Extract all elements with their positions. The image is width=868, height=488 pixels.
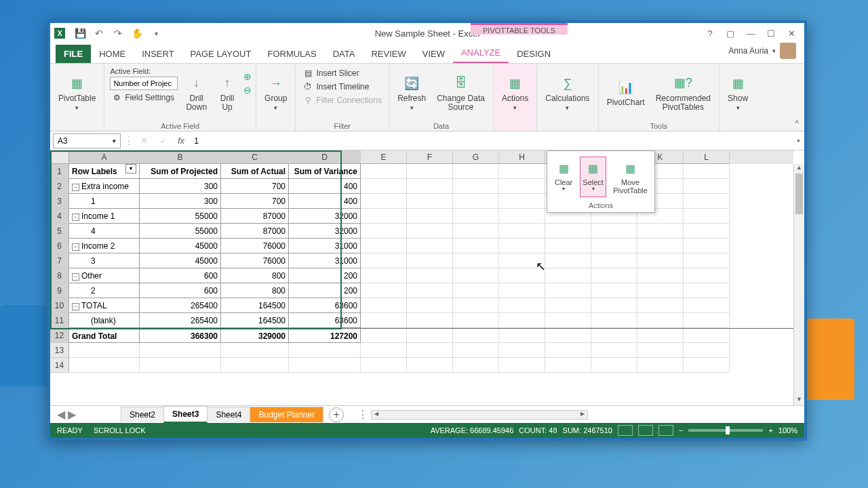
- clear-button[interactable]: ▦ Clear ▾: [551, 157, 576, 197]
- pivot-cell[interactable]: 31000: [289, 239, 361, 253]
- pivot-cell[interactable]: 55000: [140, 224, 221, 239]
- pivottable-button[interactable]: ▦ PivotTable ▾: [54, 66, 100, 120]
- sheet-tab-sheet4[interactable]: Sheet4: [207, 407, 250, 422]
- pivot-cell[interactable]: 164500: [221, 298, 289, 313]
- pivot-row-label[interactable]: (blank): [69, 313, 140, 328]
- view-page-layout-icon[interactable]: [638, 425, 653, 436]
- add-sheet-button[interactable]: +: [329, 407, 344, 422]
- sheet-nav-prev-icon[interactable]: ◀: [57, 408, 65, 421]
- col-header-C[interactable]: C: [221, 150, 289, 164]
- pivot-cell[interactable]: 87000: [221, 209, 289, 224]
- pivot-row-label[interactable]: −Income 2: [69, 239, 140, 253]
- row-header-9[interactable]: 9: [50, 283, 69, 298]
- row-header-14[interactable]: 14: [50, 358, 69, 373]
- col-header-H[interactable]: H: [499, 150, 545, 164]
- pivot-cell[interactable]: 55000: [140, 209, 221, 224]
- expand-field-icon[interactable]: ⊕: [243, 71, 252, 82]
- collapse-field-icon[interactable]: ⊖: [243, 85, 252, 96]
- pivot-cell[interactable]: 600: [140, 268, 221, 283]
- row-header-2[interactable]: 2: [50, 179, 69, 194]
- worksheet-grid[interactable]: ABCDEFGHIJKL 1234567891011121314 Row Lab…: [50, 150, 804, 405]
- user-info[interactable]: Anna Auria ▾: [720, 39, 804, 63]
- expand-formula-bar-icon[interactable]: ▾: [793, 137, 804, 144]
- zoom-thumb[interactable]: [726, 426, 730, 434]
- redo-icon[interactable]: ↷: [110, 25, 126, 41]
- pivot-cell[interactable]: 800: [221, 268, 289, 283]
- pivot-cell[interactable]: 265400: [140, 298, 221, 313]
- calculations-button[interactable]: ∑ Calculations ▾: [541, 66, 593, 120]
- row-header-3[interactable]: 3: [50, 194, 69, 209]
- filter-dropdown-icon[interactable]: ▾: [125, 164, 136, 174]
- pivot-cell[interactable]: 400: [289, 179, 361, 194]
- scroll-up-icon[interactable]: ▲: [794, 164, 804, 174]
- pivot-cell[interactable]: 32000: [289, 224, 361, 239]
- tab-view[interactable]: VIEW: [414, 45, 453, 63]
- pivot-cell[interactable]: 63600: [289, 313, 361, 328]
- pivot-row-label[interactable]: 2: [69, 283, 140, 298]
- pivot-cell[interactable]: 200: [289, 283, 361, 298]
- tab-design[interactable]: DESIGN: [509, 45, 559, 63]
- tab-formulas[interactable]: FORMULAS: [259, 45, 324, 63]
- pivot-cell[interactable]: 700: [221, 194, 289, 209]
- pivot-row-label[interactable]: −Extra income: [69, 179, 140, 194]
- minimize-icon[interactable]: —: [742, 26, 760, 40]
- formula-input[interactable]: 1: [190, 136, 793, 146]
- pivot-cell[interactable]: 300: [140, 194, 221, 209]
- collapse-icon[interactable]: −: [72, 243, 79, 251]
- pivot-cell[interactable]: 127200: [289, 329, 361, 343]
- pivot-row-label[interactable]: −TOTAL: [69, 298, 140, 313]
- col-header-B[interactable]: B: [140, 150, 221, 164]
- ribbon-display-icon[interactable]: ▢: [722, 26, 739, 40]
- active-field-input[interactable]: [110, 77, 178, 90]
- drill-down-button[interactable]: ↓ Drill Down: [182, 66, 211, 120]
- tab-file[interactable]: FILE: [56, 45, 91, 63]
- tab-data[interactable]: DATA: [325, 45, 363, 63]
- row-header-13[interactable]: 13: [50, 343, 69, 358]
- view-normal-icon[interactable]: [618, 425, 633, 436]
- name-box[interactable]: A3 ▾: [53, 134, 121, 148]
- row-header-8[interactable]: 8: [50, 268, 69, 283]
- pivot-cell[interactable]: 265400: [140, 313, 221, 328]
- horizontal-scrollbar[interactable]: ◀ ▶: [371, 410, 588, 420]
- collapse-icon[interactable]: −: [72, 303, 79, 310]
- sheet-tab-budget-planner[interactable]: Budget Planner: [250, 407, 323, 422]
- collapse-icon[interactable]: −: [72, 214, 79, 221]
- close-icon[interactable]: ✕: [783, 26, 800, 40]
- field-settings-button[interactable]: ⚙ Field Settings: [110, 92, 178, 104]
- pivot-cell[interactable]: 45000: [140, 253, 221, 268]
- pivot-row-label[interactable]: 3: [69, 253, 140, 268]
- drill-up-button[interactable]: ↑ Drill Up: [214, 66, 241, 120]
- scroll-thumb[interactable]: [795, 174, 803, 214]
- pivot-row-label[interactable]: −Other: [69, 268, 140, 283]
- vertical-scrollbar[interactable]: ▲ ▼: [793, 164, 804, 405]
- pivot-cell[interactable]: 800: [221, 283, 289, 298]
- pivot-row-label[interactable]: −Income 1: [69, 209, 140, 224]
- zoom-slider[interactable]: [688, 429, 763, 432]
- row-header-4[interactable]: 4: [50, 209, 69, 224]
- pivot-cell[interactable]: 300: [140, 179, 221, 194]
- zoom-out-icon[interactable]: −: [679, 426, 683, 434]
- sheet-nav-next-icon[interactable]: ▶: [68, 408, 76, 421]
- row-header-5[interactable]: 5: [50, 224, 69, 239]
- row-header-10[interactable]: 10: [50, 298, 69, 313]
- col-header-E[interactable]: E: [361, 150, 407, 164]
- col-header-F[interactable]: F: [407, 150, 453, 164]
- row-header-12[interactable]: 12: [50, 328, 69, 343]
- zoom-in-icon[interactable]: +: [768, 426, 772, 434]
- row-header-11[interactable]: 11: [50, 313, 69, 328]
- pivot-cell[interactable]: 329000: [221, 329, 289, 343]
- pivot-cell[interactable]: 164500: [221, 313, 289, 328]
- pivot-cell[interactable]: 45000: [140, 239, 221, 253]
- view-page-break-icon[interactable]: [658, 425, 673, 436]
- insert-slicer-button[interactable]: ▤ Insert Slicer: [301, 67, 383, 79]
- cells[interactable]: Row Labels▾Sum of ProjectedSum of Actual…: [69, 164, 793, 405]
- pivot-cell[interactable]: 76000: [221, 239, 289, 253]
- insert-timeline-button[interactable]: ⏱ Insert Timeline: [301, 81, 383, 93]
- col-header-D[interactable]: D: [289, 150, 361, 164]
- filter-connections-button[interactable]: ⚲ Filter Connections: [301, 94, 383, 106]
- enter-formula-icon[interactable]: ✓: [153, 136, 172, 146]
- zoom-level[interactable]: 100%: [778, 426, 797, 434]
- save-icon[interactable]: 💾: [72, 25, 88, 41]
- pivot-row-label[interactable]: 1: [69, 194, 140, 209]
- undo-icon[interactable]: ↶: [91, 25, 107, 41]
